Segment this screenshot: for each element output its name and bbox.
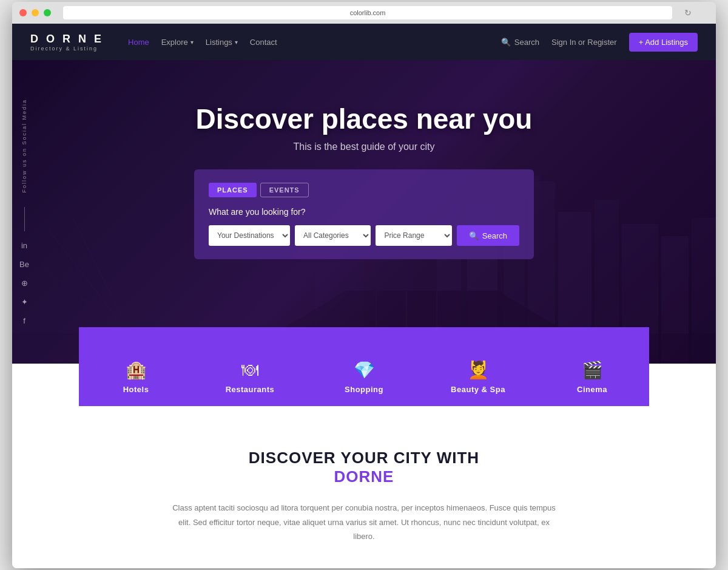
maximize-button[interactable] <box>44 9 51 16</box>
restaurants-label: Restaurants <box>226 385 275 394</box>
close-button[interactable] <box>19 9 27 16</box>
social-divider <box>24 207 25 231</box>
shopping-icon: 💎 <box>354 362 375 379</box>
hotels-icon: 🏨 <box>126 362 147 379</box>
nav-link-contact[interactable]: Contact <box>250 38 277 47</box>
nav-link-listings[interactable]: Listings ▾ <box>206 38 238 47</box>
logo-title: D O R N E <box>30 33 104 46</box>
discover-section: DISCOVER YOUR CITY WITH DORNE Class apte… <box>12 406 716 568</box>
hero-subtitle: This is the best guide of your city <box>294 141 435 152</box>
page-content: D O R N E Directory & Listing Home Explo… <box>12 24 716 568</box>
restaurants-icon: 🍽 <box>241 362 258 379</box>
logo-subtitle: Directory & Listing <box>30 46 104 52</box>
events-tab[interactable]: EVENTS <box>260 183 309 197</box>
places-tab[interactable]: PLACES <box>209 183 257 197</box>
category-section: 🏨 Hotels 🍽 Restaurants 💎 Shopping 💆 Beau… <box>12 327 716 406</box>
discover-description: Class aptent taciti sociosqu ad litora t… <box>170 501 558 543</box>
category-tile-cinema[interactable]: 🎬 Cinema <box>535 327 649 406</box>
hotels-label: Hotels <box>123 385 149 394</box>
url-text: colorlib.com <box>350 9 386 16</box>
url-bar[interactable]: colorlib.com <box>63 6 672 19</box>
browser-chrome: colorlib.com ↻ <box>12 2 716 24</box>
nav-search-button[interactable]: 🔍 Search <box>501 38 539 47</box>
category-tile-beauty-spa[interactable]: 💆 Beauty & Spa <box>421 327 535 406</box>
cinema-label: Cinema <box>577 385 607 394</box>
category-tile-restaurants[interactable]: 🍽 Restaurants <box>193 327 307 406</box>
social-sidebar: Follow us on Social Media in Be ⊕ ✦ f <box>12 60 36 364</box>
category-tile-hotels[interactable]: 🏨 Hotels <box>79 327 193 406</box>
beauty-spa-icon: 💆 <box>468 362 489 379</box>
search-inputs: Your Destinations All Categories Price R… <box>209 225 519 246</box>
minimize-button[interactable] <box>32 9 39 16</box>
search-icon: 🔍 <box>469 231 479 240</box>
search-question: What are you looking for? <box>209 207 519 217</box>
linkedin-icon[interactable]: in <box>21 241 27 250</box>
dribbble-icon[interactable]: ⊕ <box>21 279 28 288</box>
category-select[interactable]: All Categories <box>295 225 371 246</box>
chevron-down-icon: ▾ <box>235 39 238 46</box>
browser-window: colorlib.com ↻ D O R N E Directory & Lis… <box>12 2 716 568</box>
cinema-icon: 🎬 <box>582 362 603 379</box>
navbar: D O R N E Directory & Listing Home Explo… <box>12 24 716 60</box>
nav-link-explore[interactable]: Explore ▾ <box>161 38 194 47</box>
social-follow-text: Follow us on Social Media <box>21 99 27 193</box>
nav-links: Home Explore ▾ Listings ▾ Contact <box>128 38 483 47</box>
search-tabs: PLACES EVENTS <box>209 183 519 197</box>
category-tile-shopping[interactable]: 💎 Shopping <box>307 327 421 406</box>
beauty-spa-label: Beauty & Spa <box>451 385 505 394</box>
add-listing-button[interactable]: + Add Listings <box>629 33 698 52</box>
behance-icon[interactable]: Be <box>19 260 29 269</box>
search-icon: 🔍 <box>501 38 511 47</box>
chevron-down-icon: ▾ <box>190 39 194 46</box>
shopping-label: Shopping <box>345 385 383 394</box>
search-box: PLACES EVENTS What are you looking for? … <box>194 169 534 259</box>
hero-title: Discover places near you <box>196 103 533 135</box>
price-select[interactable]: Price Range <box>376 225 451 246</box>
nav-link-home[interactable]: Home <box>128 38 149 47</box>
refresh-icon[interactable]: ↻ <box>684 8 692 18</box>
hero-section: Follow us on Social Media in Be ⊕ ✦ f Di… <box>12 60 716 364</box>
facebook-icon[interactable]: f <box>23 316 25 325</box>
logo[interactable]: D O R N E Directory & Listing <box>30 33 104 52</box>
destination-select[interactable]: Your Destinations <box>209 225 290 246</box>
discover-brand: DORNE <box>30 467 698 486</box>
signin-button[interactable]: Sign In or Register <box>551 38 617 47</box>
twitter-icon[interactable]: ✦ <box>21 297 28 307</box>
nav-right: 🔍 Search Sign In or Register + Add Listi… <box>501 33 698 52</box>
discover-title: DISCOVER YOUR CITY WITH <box>30 449 698 467</box>
hero-content: Discover places near you This is the bes… <box>12 60 716 259</box>
search-button[interactable]: 🔍 Search <box>457 225 519 246</box>
